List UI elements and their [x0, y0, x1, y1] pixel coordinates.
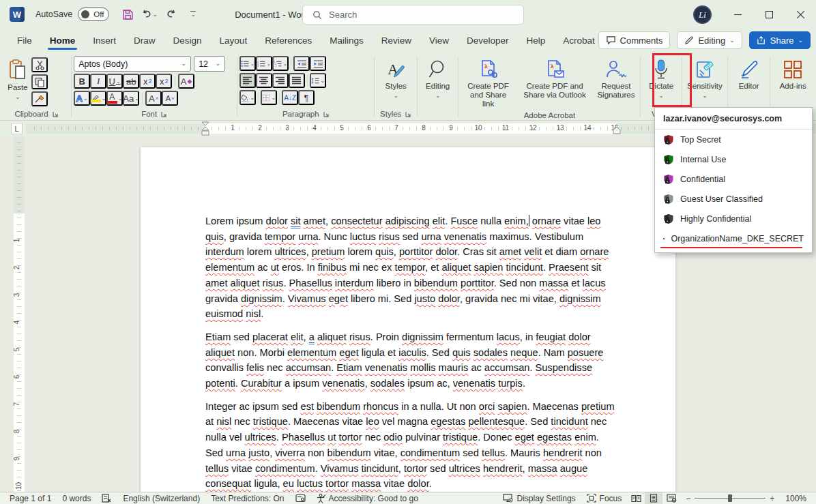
read-mode-button[interactable] [627, 492, 645, 504]
styles-button[interactable]: A Styles ⌄ [382, 56, 410, 100]
subscript-button[interactable]: x2 [139, 74, 156, 89]
proofing-status[interactable] [96, 494, 117, 503]
tab-mailings[interactable]: Mailings [321, 30, 373, 51]
font-dialog-launcher-icon[interactable] [161, 111, 167, 117]
borders-button[interactable]: ⌄ [261, 90, 277, 105]
zoom-out-button[interactable]: − [680, 494, 690, 503]
tab-design[interactable]: Design [164, 30, 211, 51]
sort-button[interactable]: A↓Z [282, 90, 298, 105]
focus-button[interactable]: Focus [581, 494, 628, 503]
justify-button[interactable] [289, 73, 305, 88]
tab-review[interactable]: Review [373, 30, 420, 51]
grow-font-button[interactable]: A˄ [145, 91, 162, 106]
paragraph[interactable]: Lorem ipsum dolor sit amet, consectetur … [205, 213, 617, 322]
share-button[interactable]: Share ⌄ [749, 31, 811, 49]
dictate-button[interactable]: Dictate ⌄ [645, 56, 677, 100]
bullets-button[interactable]: ⌄ [239, 56, 256, 71]
multilevel-list-button[interactable]: 1ai⌄ [272, 56, 289, 71]
font-size-combo[interactable]: 12⌄ [194, 56, 225, 72]
shading-button[interactable]: ⌄ [239, 90, 256, 105]
text-predictions[interactable]: Text Predictions: On [205, 494, 289, 503]
zoom-level[interactable]: 100% [780, 494, 812, 503]
accessibility-status[interactable]: Accessibility: Good to go [311, 494, 424, 503]
maximize-button[interactable] [753, 0, 785, 29]
tab-acrobat[interactable]: Acrobat [554, 30, 604, 51]
sensitivity-label-item[interactable]: Guest User Classified [655, 189, 812, 209]
editor-button[interactable]: Editor [735, 56, 763, 92]
styles-dialog-launcher-icon[interactable] [405, 111, 411, 117]
font-color-button[interactable]: A⌄ [106, 91, 123, 106]
display-settings-button[interactable]: Display Settings [497, 494, 581, 503]
show-hide-marks-button[interactable]: ¶ [298, 90, 315, 105]
save-button[interactable] [119, 5, 136, 23]
bold-button[interactable]: B [74, 74, 90, 89]
paragraph[interactable]: Integer ac ipsum sed est bibendum rhoncu… [205, 399, 617, 492]
sensitivity-button[interactable]: Sensitivity ⌄ [684, 56, 726, 100]
cut-button[interactable] [31, 57, 48, 72]
text-effects-button[interactable]: A⌄ [74, 91, 90, 106]
tab-view[interactable]: View [420, 30, 458, 51]
tab-layout[interactable]: Layout [211, 30, 257, 51]
zoom-in-button[interactable]: + [770, 494, 780, 503]
minimize-button[interactable] [722, 0, 753, 29]
clear-formatting-button[interactable]: A◆ [178, 74, 194, 89]
right-indent-marker[interactable] [613, 126, 621, 134]
sensitivity-label-item[interactable]: Highly Confidential [655, 209, 812, 228]
format-painter-button[interactable] [31, 91, 48, 106]
close-button[interactable] [785, 0, 816, 29]
sensitivity-label-item[interactable]: Internal Use [655, 149, 812, 169]
shrink-font-button[interactable]: A˅ [162, 91, 178, 106]
change-case-button[interactable]: Aa⌄ [123, 91, 139, 106]
vertical-ruler[interactable]: 12345678910 [14, 136, 25, 492]
customize-quick-access-button[interactable]: ⌄ [184, 5, 202, 23]
sensitivity-label-item[interactable]: OrganizationName_DKE_SECRET [655, 228, 812, 248]
paragraph-dialog-launcher-icon[interactable] [323, 111, 330, 117]
create-pdf-share-link-button[interactable]: λ Create PDF and Share link [461, 56, 515, 110]
document-text[interactable]: Lorem ipsum dolor sit amet, consectetur … [205, 213, 617, 492]
create-pdf-share-outlook-button[interactable]: λ Create PDF and Share via Outlook [519, 56, 592, 101]
paste-button[interactable]: Paste ⌄ [4, 56, 31, 102]
redo-button[interactable] [162, 5, 180, 23]
highlight-color-button[interactable]: ⌄ [90, 91, 106, 106]
tab-references[interactable]: References [256, 30, 321, 51]
zoom-slider-handle[interactable] [728, 494, 732, 502]
editing-mode-button[interactable]: Editing ⌄ [677, 31, 742, 49]
tab-draw[interactable]: Draw [125, 30, 164, 51]
request-signatures-button[interactable]: ✕ Request Signatures [594, 56, 638, 101]
tab-file[interactable]: File [8, 30, 41, 51]
sensitivity-label-item[interactable]: Top Secret [655, 130, 812, 149]
avatar[interactable]: Li [693, 5, 712, 24]
decrease-indent-button[interactable] [293, 56, 310, 71]
editor-status[interactable] [290, 494, 311, 503]
increase-indent-button[interactable] [310, 56, 326, 71]
copy-button[interactable] [31, 74, 48, 89]
paragraph[interactable]: Etiam sed placerat elit, a aliquet risus… [205, 329, 617, 391]
align-left-button[interactable] [239, 73, 256, 88]
tab-home[interactable]: Home [41, 30, 85, 51]
comments-button[interactable]: Comments [598, 31, 671, 49]
numbering-button[interactable]: 123⌄ [256, 56, 272, 71]
superscript-button[interactable]: x2 [156, 74, 172, 89]
word-count[interactable]: 0 words [57, 494, 96, 503]
strikethrough-button[interactable]: ab [123, 74, 139, 89]
line-spacing-button[interactable]: ⌄ [310, 73, 326, 88]
language-indicator[interactable]: English (Switzerland) [117, 494, 205, 503]
align-right-button[interactable] [272, 73, 289, 88]
tab-stop-selector[interactable]: L [11, 123, 23, 134]
autosave-toggle[interactable]: Off [78, 8, 109, 21]
page-indicator[interactable]: Page 1 of 1 [4, 494, 57, 503]
tab-insert[interactable]: Insert [84, 30, 125, 51]
editing-button[interactable]: Editing ⌄ [422, 56, 453, 100]
document-page[interactable]: Lorem ipsum dolor sit amet, consectetur … [141, 147, 675, 492]
tab-developer[interactable]: Developer [458, 30, 518, 51]
italic-button[interactable]: I [90, 74, 106, 89]
font-name-combo[interactable]: Aptos (Body)⌄ [74, 56, 191, 72]
addins-button[interactable]: Add-ins [776, 56, 810, 92]
search-box[interactable]: Search [302, 5, 524, 25]
align-center-button[interactable] [256, 73, 272, 88]
web-layout-button[interactable] [662, 492, 680, 504]
print-layout-button[interactable] [645, 492, 662, 504]
undo-button[interactable]: ⌄ [141, 5, 158, 23]
clipboard-dialog-launcher-icon[interactable] [53, 111, 59, 117]
zoom-slider[interactable] [695, 498, 766, 499]
